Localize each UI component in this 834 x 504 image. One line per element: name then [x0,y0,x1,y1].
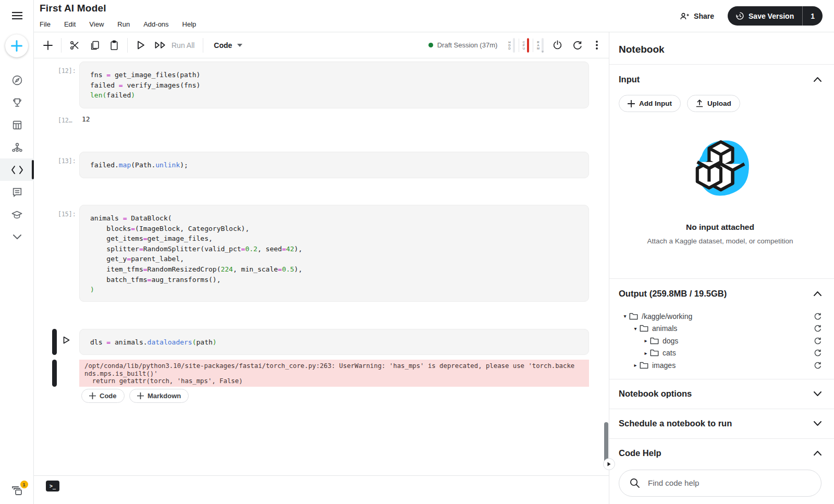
cell-type-dropdown[interactable]: Code [214,41,242,50]
sidebar-item-home[interactable] [0,69,34,91]
more-options-button[interactable] [587,36,607,54]
no-input-illustration [619,135,821,202]
console-divider [34,475,609,476]
output-file-tree: ▾/kaggle/working▾animals▸dogs▸cats▸image… [619,310,821,379]
sidebar-item-discussions[interactable] [0,181,34,203]
sidebar-item-competitions[interactable] [0,91,34,114]
folder-icon [640,362,648,369]
active-events-button[interactable]: 1 [0,484,34,497]
cpu-monitor[interactable]: CPU [519,38,533,53]
output-section-header[interactable]: Output (259.8MB / 19.5GB) [619,279,821,308]
chevron-up-icon [814,291,821,296]
run-this-cell-button[interactable] [63,336,70,344]
create-button[interactable] [5,34,28,57]
tree-node-kaggle-working[interactable]: ▾/kaggle/working [619,310,821,323]
copy-cell-button[interactable] [84,36,104,54]
tree-node-animals[interactable]: ▾animals [619,323,821,335]
sync-icon [814,349,821,357]
code-help-search-input[interactable] [648,478,811,487]
sidebar-item-models[interactable] [0,136,34,158]
caret-right-icon[interactable]: ▸ [642,350,650,356]
section-code-help[interactable]: Code Help [619,439,821,468]
events-count-badge: 1 [20,481,28,488]
cell-type-value: Code [214,41,232,50]
section-label: Schedule a notebook to run [619,419,732,428]
run-cell-button[interactable] [131,36,151,54]
hdd-monitor[interactable]: HDD [505,38,518,53]
menu-file[interactable]: File [40,20,51,28]
panel-collapsible-sections: Notebook optionsSchedule a notebook to r… [619,379,821,468]
run-all-label[interactable]: Run All [171,41,194,50]
run-all-button[interactable] [151,36,170,54]
hamburger-menu-button[interactable] [0,4,34,27]
cut-cell-button[interactable] [65,36,84,54]
input-section-header[interactable]: Input [619,65,821,94]
save-version-button[interactable]: Save Version 1 [728,6,823,26]
sidebar-item-datasets[interactable] [0,114,34,136]
cell-execution-label: [13]: [58,157,76,165]
output-section-label: Output (259.8MB / 19.5GB) [619,289,727,299]
tree-node-cats[interactable]: ▸cats [619,347,821,360]
code-cell-15[interactable]: animals = DataBlock( blocks=(ImageBlock,… [79,205,589,302]
hdd-usage-bar [513,38,515,53]
sync-node-button[interactable] [814,324,821,333]
session-status[interactable]: Draft Session (37m) [428,41,498,49]
tree-node-images[interactable]: ▸images [619,359,821,372]
restart-session-button[interactable] [567,36,587,54]
spacer [619,245,821,278]
ram-monitor[interactable]: RAM [533,38,547,53]
caret-right-icon[interactable]: ▸ [631,362,640,368]
sidebar-item-code[interactable] [0,158,34,181]
add-cell-button[interactable] [38,36,58,54]
add-input-button[interactable]: Add Input [619,95,681,112]
chevron-down-icon [13,235,21,239]
section-schedule-a-notebook-to-run[interactable]: Schedule a notebook to run [619,409,821,438]
notebook-toolbar: Run All Code Draft Session (37m) HDDCPUR… [34,32,609,58]
caret-right-icon[interactable]: ▸ [642,338,650,343]
console-button[interactable]: >_ [46,481,59,491]
sidebar-item-learn[interactable] [0,203,34,226]
sync-icon [814,312,821,321]
sync-node-button[interactable] [814,312,821,321]
caret-down-icon[interactable]: ▾ [631,326,640,331]
sync-node-button[interactable] [814,337,821,345]
add-code-cell-button[interactable]: Code [81,389,125,403]
menu-bar: FileEditViewRunAdd-onsHelp [40,20,196,28]
share-button[interactable]: Share [680,12,714,20]
menu-run[interactable]: Run [117,20,130,28]
code-cell-dls[interactable]: dls = animals.dataloaders(path) [79,329,589,355]
power-icon [553,40,562,50]
cell-execution-label: [12]: [58,67,76,75]
menu-add-ons[interactable]: Add-ons [143,20,168,28]
code-cell-13[interactable]: failed.map(Path.unlink); [79,152,589,178]
tree-node-dogs[interactable]: ▸dogs [619,335,821,347]
panel-title: Notebook [619,32,821,55]
warning-output: /opt/conda/lib/python3.10/site-packages/… [79,360,589,387]
version-count[interactable]: 1 [802,6,823,26]
ram-usage-bar [542,38,544,53]
sync-node-button[interactable] [814,349,821,357]
caret-right-icon [607,462,611,466]
menu-help[interactable]: Help [182,20,197,28]
code-cell-12[interactable]: fns = get_image_files(path)failed = veri… [79,62,589,108]
add-markdown-cell-button[interactable]: Markdown [129,389,189,403]
no-input-title: No input attached [619,223,821,232]
restart-icon [572,40,582,51]
upload-button[interactable]: Upload [687,95,740,112]
chevron-down-icon [814,391,821,396]
cubes-illustration-icon [686,135,755,202]
datasets-icon [11,119,23,131]
menu-edit[interactable]: Edit [64,20,76,28]
notebook-title[interactable]: First AI Model [40,3,106,14]
scissors-icon [69,40,80,51]
power-button[interactable] [547,36,567,54]
paste-cell-button[interactable] [104,36,124,54]
collapse-panel-button[interactable] [603,458,615,470]
folder-icon [650,349,659,357]
caret-down-icon[interactable]: ▾ [621,313,629,319]
section-notebook-options[interactable]: Notebook options [619,379,821,409]
code-help-search[interactable] [619,470,821,497]
sync-node-button[interactable] [814,361,821,370]
sidebar-item-more[interactable] [0,226,34,248]
menu-view[interactable]: View [89,20,104,28]
